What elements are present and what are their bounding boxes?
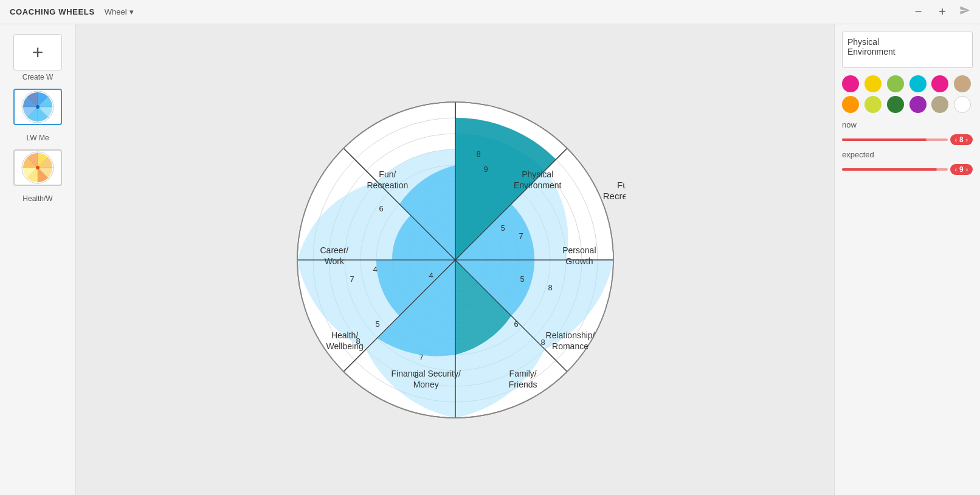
main-layout: + Create W [0,24,980,495]
expected-slider-track[interactable] [842,168,948,171]
segment-pg-now: 5 [500,224,505,233]
sidebar: + Create W [0,24,76,495]
color-dot-5[interactable] [954,75,971,92]
color-dot-8[interactable] [887,96,904,113]
now-increment[interactable]: › [966,137,968,143]
color-dot-4[interactable] [931,75,948,92]
now-label: now [842,120,973,129]
color-dot-7[interactable] [864,96,882,113]
segment-pg-expected: 7 [519,231,523,241]
color-dot-3[interactable] [909,75,927,92]
color-dot-1[interactable] [864,75,882,92]
segment-ff-expected: 8 [540,338,545,347]
segment-cw-val2: 4 [429,271,433,280]
expected-decrement[interactable]: ‹ [955,166,957,173]
wheel-thumb-health-label: Health/W [22,194,52,203]
create-wheel-button[interactable]: + [13,34,62,70]
now-slider-track[interactable] [842,138,948,141]
now-slider-row: ‹ 8 › [842,134,973,145]
segment-rr-expected: 8 [548,283,552,292]
color-dot-6[interactable] [842,96,859,113]
segment-hw-now: 5 [375,319,379,329]
label-fun-rec2: Recreation [602,191,625,201]
zoom-in-button[interactable]: + [935,4,950,20]
color-dot-2[interactable] [887,75,904,92]
label-career-work: Career/Work [320,245,349,267]
wheel-thumb-lw-me[interactable] [13,89,62,125]
now-decrement[interactable]: ‹ [955,137,957,143]
label-health-wellbeing: Health/Wellbeing [326,330,364,352]
segment-pe-expected: 8 [476,149,480,159]
now-value: 8 [959,135,964,144]
color-dot-11[interactable] [954,96,971,113]
segment-rr-now: 5 [520,275,524,284]
segment-cw-now: 4 [373,265,377,274]
expected-slider-badge: ‹ 9 › [950,164,973,175]
wheel-chart[interactable]: 8 9 7 5 8 5 8 6 8 7 8 5 7 4 [285,90,626,430]
wheel-thumb-lw-me-label: LW Me [26,134,49,142]
slider-section: now ‹ 8 › expected ‹ 9 › [842,120,973,175]
color-dot-0[interactable] [842,75,859,92]
expected-value: 9 [959,165,964,174]
segment-fs-now: 7 [419,353,423,362]
label-fun-recreation: Fun/Recreation [367,169,409,191]
color-dot-10[interactable] [931,96,948,113]
label-financial-security: Financial Security/Money [392,368,461,390]
segment-pe-now: 9 [483,165,488,174]
segment-cw-expected: 7 [350,275,354,284]
label-personal-growth: PersonalGrowth [562,245,596,267]
right-panel: Physical Environment now ‹ 8 › expected [834,24,980,495]
color-dot-9[interactable] [909,96,927,113]
send-button[interactable] [959,5,970,19]
label-fun-rec: Fun/ [616,180,625,190]
segment-ff-now: 6 [514,319,518,329]
app-title: COACHING WHEELS [10,7,95,16]
now-slider-badge: ‹ 8 › [950,134,973,145]
expected-label: expected [842,150,973,159]
segment-name-text: Physical Environment [847,37,895,56]
segment-fr-expected: 6 [379,204,383,213]
segment-name-box: Physical Environment [842,32,973,68]
topbar: COACHING WHEELS Wheel ▾ − + [0,0,980,24]
expected-increment[interactable]: › [966,166,968,173]
label-family-friends: Family/Friends [509,368,537,390]
label-physical-environment: PhysicalEnvironment [514,169,562,191]
zoom-out-button[interactable]: − [911,4,926,20]
label-relationship-romance: Relationship/Romance [546,330,595,352]
color-palette [842,75,973,113]
wheel-thumb-health[interactable] [13,149,62,186]
wheel-menu-button[interactable]: Wheel ▾ [105,7,134,16]
svg-point-11 [36,166,40,169]
expected-slider-row: ‹ 9 › [842,164,973,175]
svg-point-5 [36,105,40,109]
create-label: Create W [22,73,53,81]
canvas-area: 8 9 7 5 8 5 8 6 8 7 8 5 7 4 [76,24,834,495]
